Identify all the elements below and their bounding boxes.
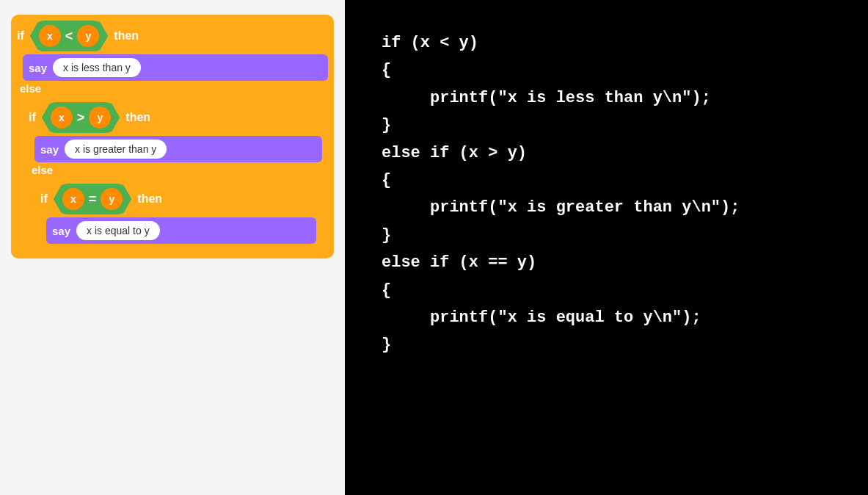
say-text-3: x is equal to y bbox=[76, 221, 160, 240]
if-row-3: if x = y then bbox=[40, 184, 316, 214]
if-label-3: if bbox=[40, 192, 48, 206]
code-panel: if (x < y) { printf("x is less than y\n"… bbox=[345, 0, 868, 495]
say-label-2: say bbox=[40, 143, 59, 156]
if-row-1: if x < y then bbox=[17, 21, 328, 51]
scratch-panel: if x < y then say x is less than y else bbox=[0, 0, 345, 495]
nested-block-3: if x = y then s bbox=[34, 179, 322, 248]
op-equal: = bbox=[89, 192, 97, 207]
then-label-2: then bbox=[125, 111, 150, 124]
say-text-1: x is less than y bbox=[53, 58, 141, 77]
outer-if-block-1: if x < y then say x is less than y else bbox=[11, 15, 334, 259]
say-label-1: say bbox=[29, 62, 47, 74]
var-x-1: x bbox=[39, 25, 61, 47]
if-label-1: if bbox=[17, 29, 24, 43]
var-y-2: y bbox=[89, 106, 111, 129]
nested-block-2: if x > y then say x is greater than y bbox=[23, 98, 328, 253]
condition-less-than: x < y bbox=[30, 21, 109, 51]
inner-say-1: say x is less than y bbox=[23, 54, 328, 81]
var-y-1: y bbox=[77, 25, 99, 47]
say-label-3: say bbox=[52, 225, 70, 237]
inner-say-2: say x is greater than y bbox=[34, 136, 322, 162]
else-label-1: else bbox=[17, 81, 328, 96]
say-block-3: say x is equal to y bbox=[46, 217, 316, 244]
if-label-2: if bbox=[29, 111, 36, 124]
then-label-3: then bbox=[137, 192, 162, 206]
blocks-container: if x < y then say x is less than y else bbox=[11, 15, 334, 259]
op-less-than: < bbox=[65, 29, 73, 44]
say-block-1: say x is less than y bbox=[23, 54, 328, 81]
code-block: if (x < y) { printf("x is less than y\n"… bbox=[382, 29, 740, 359]
inner-say-3: say x is equal to y bbox=[46, 217, 316, 244]
if-block-3: if x = y then s bbox=[34, 179, 322, 248]
var-y-3: y bbox=[101, 188, 123, 210]
var-x-3: x bbox=[62, 188, 84, 210]
if-row-2: if x > y then bbox=[29, 102, 322, 133]
condition-equal: x = y bbox=[54, 184, 132, 214]
say-block-2: say x is greater than y bbox=[34, 136, 322, 162]
condition-greater-than: x > y bbox=[42, 102, 120, 133]
var-x-2: x bbox=[51, 106, 73, 129]
op-greater-than: > bbox=[77, 110, 85, 126]
then-label-1: then bbox=[114, 29, 139, 43]
else-label-2: else bbox=[29, 162, 322, 178]
say-text-2: x is greater than y bbox=[65, 140, 167, 159]
if-block-2: if x > y then say x is greater than y bbox=[23, 98, 328, 253]
